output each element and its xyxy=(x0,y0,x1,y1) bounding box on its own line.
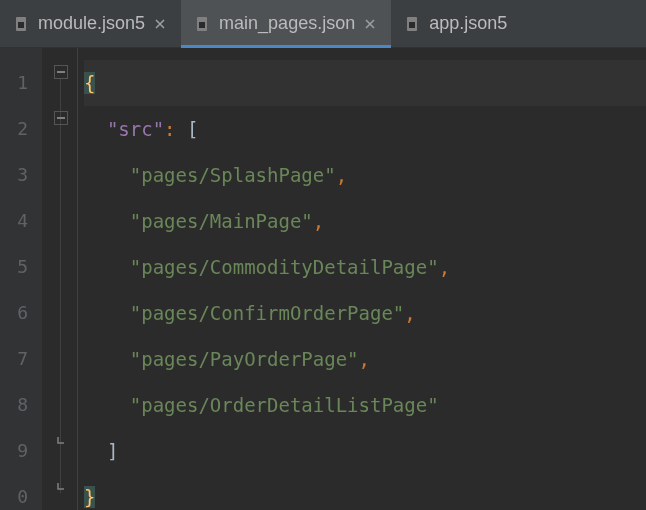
code-line: ] xyxy=(84,428,646,474)
line-gutter: 1 2 3 4 5 6 7 8 9 0 xyxy=(0,48,42,510)
code-line: "pages/CommodityDetailPage", xyxy=(84,244,646,290)
fold-end-icon[interactable] xyxy=(54,433,68,447)
close-icon[interactable] xyxy=(363,17,377,31)
line-number: 5 xyxy=(0,244,28,290)
close-icon[interactable] xyxy=(153,17,167,31)
code-editor[interactable]: { "src": [ "pages/SplashPage", "pages/Ma… xyxy=(78,48,646,510)
code-line: "pages/SplashPage", xyxy=(84,152,646,198)
line-number: 0 xyxy=(0,474,28,510)
json-file-icon xyxy=(195,16,211,32)
line-number: 4 xyxy=(0,198,28,244)
fold-collapse-icon[interactable] xyxy=(54,65,68,79)
fold-collapse-icon[interactable] xyxy=(54,111,68,125)
code-line: "pages/MainPage", xyxy=(84,198,646,244)
json-file-icon xyxy=(14,16,30,32)
code-line: "pages/ConfirmOrderPage", xyxy=(84,290,646,336)
code-line: } xyxy=(84,474,646,510)
line-number: 9 xyxy=(0,428,28,474)
tab-label: main_pages.json xyxy=(219,13,355,34)
tab-label: module.json5 xyxy=(38,13,145,34)
fold-line xyxy=(60,79,61,493)
code-line: "pages/OrderDetailListPage" xyxy=(84,382,646,428)
svg-rect-6 xyxy=(57,71,65,73)
line-number: 3 xyxy=(0,152,28,198)
svg-rect-3 xyxy=(199,22,205,28)
code-line: "src": [ xyxy=(84,106,646,152)
fold-column xyxy=(42,48,78,510)
code-line: "pages/PayOrderPage", xyxy=(84,336,646,382)
tab-main-pages-json[interactable]: main_pages.json xyxy=(181,0,391,47)
line-number: 6 xyxy=(0,290,28,336)
line-number: 8 xyxy=(0,382,28,428)
svg-rect-7 xyxy=(57,117,65,119)
line-number: 7 xyxy=(0,336,28,382)
fold-end-icon[interactable] xyxy=(54,479,68,493)
svg-rect-5 xyxy=(409,22,415,28)
line-number: 2 xyxy=(0,106,28,152)
tab-module-json5[interactable]: module.json5 xyxy=(0,0,181,47)
tabs-bar: module.json5 main_pages.json app.json5 xyxy=(0,0,646,48)
editor-area: 1 2 3 4 5 6 7 8 9 0 { "src": [ "pages/Sp… xyxy=(0,48,646,510)
json-file-icon xyxy=(405,16,421,32)
line-number: 1 xyxy=(0,60,28,106)
svg-rect-1 xyxy=(18,22,24,28)
code-line: { xyxy=(84,60,646,106)
tab-app-json5[interactable]: app.json5 xyxy=(391,0,521,47)
tab-label: app.json5 xyxy=(429,13,507,34)
